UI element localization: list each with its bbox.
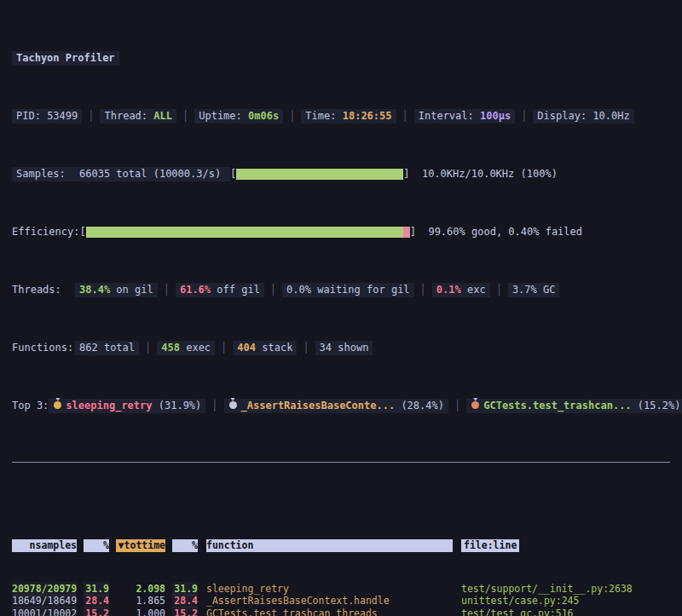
thread-pct: 0.0%	[286, 284, 311, 296]
samples-total: 66035 total (10000.3/s)	[79, 167, 226, 181]
th-pct-cumulative[interactable]: %	[172, 539, 198, 552]
meta-chip: Thread: ALL	[100, 109, 176, 124]
top3-pct: (28.4%)	[401, 400, 444, 412]
samples-row: Samples:66035 total (10000.3/s) [] 10.0K…	[12, 167, 682, 181]
thread-label: exc	[461, 284, 486, 296]
meta-value: 100µs	[480, 110, 511, 122]
top3-label: Top 3:	[12, 399, 49, 413]
efficiency-bar-bracket-open: [	[79, 225, 85, 239]
functions-text: stack	[256, 342, 292, 354]
cell-nsamples: 10001/10002	[12, 607, 77, 616]
efficiency-label: Efficiency:	[12, 225, 79, 239]
top3-name: _AssertRaisesBaseConte...	[241, 400, 402, 412]
samples-bar-bracket-open: [	[230, 167, 236, 181]
top3-entry: _AssertRaisesBaseConte... (28.4%)	[224, 399, 448, 413]
top3-entries: sleeping_retry (31.9%)│_AssertRaisesBase…	[49, 399, 682, 413]
functions-value: 404	[237, 342, 256, 354]
samples-rate: 10.0KHz/10.0KHz (100%)	[409, 167, 557, 181]
functions-segment: 34 shown	[315, 341, 373, 355]
threads-label: Threads:	[12, 283, 75, 297]
threads-segments: 38.4% on gil│61.6% off gil│0.0% waiting …	[75, 283, 559, 297]
meta-chip: Interval: 100µs	[414, 109, 515, 124]
separator-bar: │	[215, 342, 233, 354]
samples-chip: Samples:66035 total (10000.3/s)	[12, 167, 230, 181]
table-body: 20978/2097931.92.09831.9sleeping_retryte…	[12, 583, 682, 616]
functions-value: 34	[320, 342, 332, 354]
separator-bar: │	[490, 284, 508, 296]
functions-text: exec	[180, 342, 211, 354]
efficiency-bar	[86, 227, 410, 238]
meta-label: Display:	[537, 110, 592, 122]
separator-bar: │	[396, 109, 414, 124]
th-function[interactable]: function	[206, 539, 453, 552]
functions-text: total	[98, 342, 135, 354]
medal-bronze-icon	[471, 401, 479, 409]
meta-label: Interval:	[419, 110, 480, 122]
separator-bar: │	[515, 109, 533, 124]
thread-label: on gil	[110, 284, 153, 296]
th-fileline[interactable]: file:line	[461, 539, 519, 552]
functions-text: shown	[332, 342, 368, 354]
cell-tottime: 1.000	[116, 607, 165, 616]
samples-bar	[236, 169, 403, 180]
separator-bar: │	[205, 400, 223, 412]
meta-value: 53499	[47, 110, 78, 122]
cell-function: GCTests.test_trashcan_threads	[206, 607, 453, 616]
functions-row: Functions:862 total│458 exec│404 stack│3…	[12, 341, 682, 355]
thread-pct: 61.6%	[180, 284, 211, 296]
thread-pct: 0.1%	[436, 284, 461, 296]
thread-pct: 3.7%	[512, 284, 537, 296]
functions-label: Functions:	[12, 341, 75, 355]
functions-segments: 862 total│458 exec│404 stack│34 shown	[75, 341, 373, 355]
functions-value: 458	[161, 342, 180, 354]
functions-segment: 404 stack	[233, 341, 297, 355]
separator-bar: │	[176, 109, 194, 124]
meta-chip: Display: 10.0Hz	[533, 109, 633, 124]
thread-segment: 38.4% on gil	[75, 283, 158, 297]
top3-row: Top 3:sleeping_retry (31.9%)│_AssertRais…	[12, 399, 682, 413]
top3-name: GCTests.test_trashcan...	[483, 400, 638, 412]
meta-label: Uptime:	[199, 110, 248, 122]
th-pct-direct[interactable]: %	[84, 539, 109, 552]
separator-bar: │	[297, 342, 315, 354]
thread-label: waiting for gil	[311, 284, 410, 296]
medal-silver-icon	[229, 401, 237, 409]
meta-chip: Uptime: 0m06s	[194, 109, 283, 124]
functions-segment: 862 total	[75, 341, 139, 355]
th-tottime[interactable]: ▼tottime	[116, 539, 165, 552]
title-row: Tachyon Profiler	[12, 51, 682, 66]
samples-bar-fill	[236, 169, 403, 180]
table-header-row: nsamples%▼tottime%functionfile:line	[12, 538, 682, 552]
top3-entry: sleeping_retry (31.9%)	[49, 399, 205, 413]
page-title: Tachyon Profiler	[12, 51, 119, 66]
thread-segment: 0.1% exc	[432, 283, 490, 297]
separator-bar: │	[82, 109, 100, 124]
samples-label: Samples:	[16, 167, 79, 181]
th-nsamples[interactable]: nsamples	[12, 539, 77, 552]
samples-bar-bracket-close: ]	[403, 167, 409, 181]
separator-bar: │	[158, 284, 176, 296]
separator-bar: │	[139, 342, 157, 354]
thread-segment: 61.6% off gil	[176, 283, 264, 297]
cell-pct-cumulative: 15.2	[172, 607, 198, 616]
thread-label: off gil	[211, 284, 260, 296]
thread-segment: 0.0% waiting for gil	[282, 283, 414, 297]
thread-label: GC	[537, 284, 556, 296]
meta-chip: Time: 18:26:55	[301, 109, 396, 124]
meta-value: 10.0Hz	[592, 110, 629, 122]
top3-entry: GCTests.test_trashcan... (15.2%)	[466, 399, 682, 413]
efficiency-bar-good	[86, 227, 403, 238]
separator-line	[12, 462, 670, 463]
separator-bar: │	[283, 109, 301, 124]
efficiency-text: 99.60% good, 0.40% failed	[416, 225, 582, 239]
medal-gold-icon	[54, 401, 61, 409]
thread-pct: 38.4%	[79, 284, 110, 296]
threads-row: Threads:38.4% on gil│61.6% off gil│0.0% …	[12, 283, 682, 297]
efficiency-bar-fail	[403, 227, 410, 238]
table-row[interactable]: 10001/1000215.21.00015.2GCTests.test_tra…	[12, 607, 682, 616]
efficiency-row: Efficiency:[] 99.60% good, 0.40% failed	[12, 225, 682, 239]
meta-row: PID: 53499│Thread: ALL│Uptime: 0m06s│Tim…	[12, 109, 682, 124]
cell-pct-direct: 15.2	[84, 607, 109, 616]
separator-bar: │	[448, 400, 466, 412]
top3-pct: (15.2%)	[638, 400, 681, 412]
